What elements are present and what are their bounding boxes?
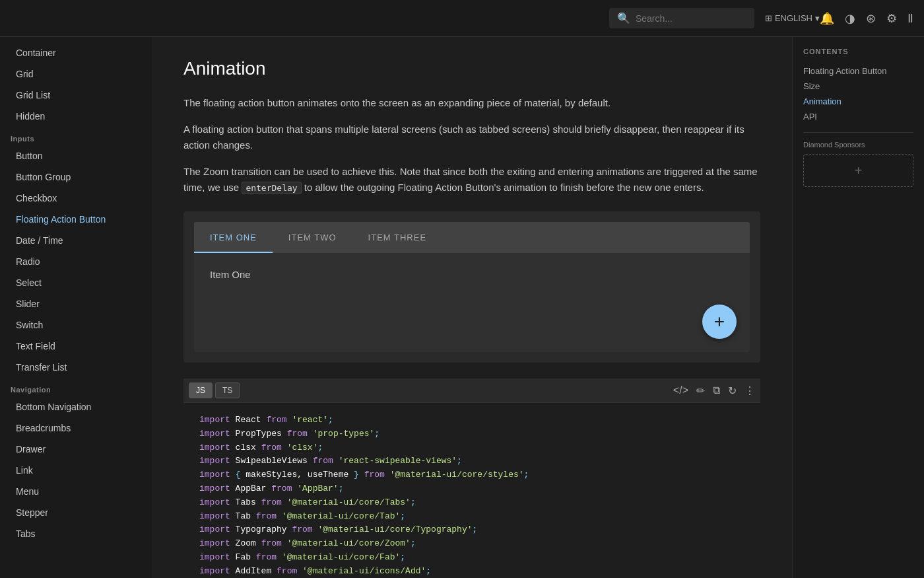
sidebar-item-button-group[interactable]: Button Group [0,166,152,188]
sidebar-item-fab[interactable]: Floating Action Button [0,209,152,230]
description-1: The floating action button animates onto… [183,95,760,111]
toc-item-fab[interactable]: Floating Action Button [803,63,913,79]
code-line: import React from 'react'; [199,414,744,427]
sidebar-item-link[interactable]: Link [0,460,152,481]
sidebar-item-slider[interactable]: Slider [0,293,152,314]
toc-sidebar: Contents Floating Action Button Size Ani… [792,37,924,578]
language-label: ENGLISH [775,13,812,23]
sidebar-item-datetime[interactable]: Date / Time [0,230,152,251]
code-line: import AddItem from '@material-ui/icons/… [199,565,744,578]
code-lang-tab-ts[interactable]: TS [215,382,240,398]
code-line: import AppBar from 'AppBar'; [199,482,744,496]
main-layout: Container Grid Grid List Hidden Inputs B… [0,37,924,578]
tabs-demo: ITEM ONE ITEM TWO ITEM THREE Item One + [194,222,750,352]
tab-item-one[interactable]: ITEM ONE [194,222,273,253]
code-line: import PropTypes from 'prop-types'; [199,427,744,441]
search-bar[interactable]: 🔍 [609,8,754,28]
description-2: A floating action button that spans mult… [183,122,760,153]
search-input[interactable] [636,13,746,24]
description-3: The Zoom transition can be used to achie… [183,164,760,196]
code-line: import Tabs from '@material-ui/core/Tabs… [199,496,744,510]
translate-icon: ⊞ [765,13,772,23]
code-toolbar: JS TS </> ✏ ⧉ ↻ ⋮ [183,379,760,403]
sidebar-item-tabs[interactable]: Tabs [0,523,152,544]
code-section: JS TS </> ✏ ⧉ ↻ ⋮ import React from 'rea… [183,379,760,578]
notification-icon[interactable]: 🔔 [820,11,834,26]
main-content: Animation The floating action button ani… [152,37,792,578]
sidebar: Container Grid Grid List Hidden Inputs B… [0,37,152,578]
fab-plus-icon: + [714,311,725,332]
fab-button[interactable]: + [702,305,737,339]
toc-item-api[interactable]: API [803,109,913,124]
code-toolbar-icons: </> ✏ ⧉ ↻ ⋮ [673,384,755,397]
code-lang-tab-js[interactable]: JS [189,382,213,398]
tab-item-three[interactable]: ITEM THREE [352,222,443,253]
brightness-icon[interactable]: ◑ [845,11,855,26]
sponsor-plus-icon: + [855,163,863,178]
sidebar-item-grid-list[interactable]: Grid List [0,85,152,106]
sidebar-item-radio[interactable]: Radio [0,251,152,272]
sidebar-item-switch[interactable]: Switch [0,314,152,336]
code-icon[interactable]: </> [673,384,688,397]
code-line: import SwipeableViews from 'react-swipea… [199,454,744,468]
sidebar-item-button[interactable]: Button [0,145,152,166]
code-line: import Typography from '@material-ui/cor… [199,523,744,537]
edit-icon[interactable]: ✏ [696,384,705,397]
sidebar-section-inputs: Inputs [0,127,152,145]
tabs-bar: ITEM ONE ITEM TWO ITEM THREE [194,222,750,253]
code-line: import clsx from 'clsx'; [199,441,744,455]
inline-code-enter-delay: enterDelay [242,182,301,194]
toc-item-size[interactable]: Size [803,79,913,94]
sidebar-item-hidden[interactable]: Hidden [0,106,152,127]
copy-icon[interactable]: ⧉ [713,384,720,397]
sidebar-item-grid[interactable]: Grid [0,63,152,85]
code-line: import { makeStyles, useTheme } from '@m… [199,468,744,482]
toc-title: Contents [803,48,913,55]
sidebar-item-container[interactable]: Container [0,42,152,63]
sidebar-item-bottom-nav[interactable]: Bottom Navigation [0,396,152,417]
language-selector[interactable]: ⊞ ENGLISH ▾ [765,13,820,23]
sidebar-item-select[interactable]: Select [0,272,152,293]
code-block: import React from 'react'; import PropTy… [183,403,760,578]
sidebar-item-menu[interactable]: Menu [0,481,152,502]
header-icons: 🔔 ◑ ⊛ ⚙ Ⅱ [820,11,913,26]
sidebar-item-checkbox[interactable]: Checkbox [0,188,152,209]
demo-container: ITEM ONE ITEM TWO ITEM THREE Item One + [183,211,760,363]
sidebar-item-breadcrumbs[interactable]: Breadcrumbs [0,417,152,439]
chevron-down-icon: ▾ [815,13,820,23]
code-line: import Tab from '@material-ui/core/Tab'; [199,510,744,524]
page-title: Animation [183,58,760,79]
github-icon[interactable]: ⊛ [866,11,876,26]
header: 🔍 ⊞ ENGLISH ▾ 🔔 ◑ ⊛ ⚙ Ⅱ [0,0,924,37]
tab-content-text: Item One [210,269,251,280]
code-lang-tabs: JS TS [189,382,240,398]
search-icon: 🔍 [617,12,630,24]
refresh-icon[interactable]: ↻ [728,384,737,397]
text-size-icon[interactable]: Ⅱ [908,11,913,26]
tab-content: Item One + [194,253,750,352]
toc-sponsor-title: Diamond Sponsors [803,141,913,149]
toc-divider [803,132,913,133]
code-line: import Fab from '@material-ui/core/Fab'; [199,551,744,565]
sidebar-item-stepper[interactable]: Stepper [0,502,152,523]
sidebar-item-transfer-list[interactable]: Transfer List [0,357,152,378]
sidebar-item-text-field[interactable]: Text Field [0,336,152,357]
sidebar-item-drawer[interactable]: Drawer [0,439,152,460]
settings-icon[interactable]: ⚙ [886,11,897,26]
tab-item-two[interactable]: ITEM TWO [273,222,352,253]
code-line: import Zoom from '@material-ui/core/Zoom… [199,537,744,551]
toc-sponsor-box: + [803,154,913,187]
sidebar-section-navigation: Navigation [0,378,152,396]
more-icon[interactable]: ⋮ [744,384,755,397]
toc-item-animation[interactable]: Animation [803,94,913,109]
